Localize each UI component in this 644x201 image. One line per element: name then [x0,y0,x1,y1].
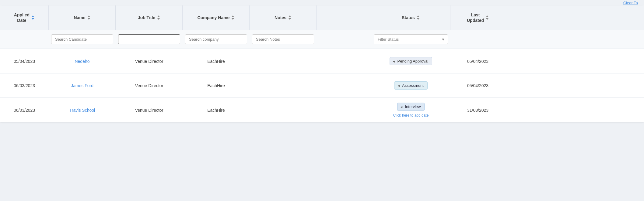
row1-last-updated: 05/04/2023 [450,54,505,69]
row3-notes [250,105,317,115]
search-company-input[interactable] [185,34,247,44]
row1-applied-date: 05/04/2023 [0,54,49,69]
row2-status: ◄ Assessment [371,77,450,94]
badge-arrow-icon: ◄ [397,84,400,87]
clear-ta-link[interactable]: Clear Ta [623,1,638,5]
header-notes[interactable]: Notes [250,5,317,30]
candidates-table: AppliedDate Name Job Title Company Name [0,5,644,122]
row1-empty [317,56,371,66]
header-status[interactable]: Status [371,5,450,30]
row3-status-badge[interactable]: ◄ Interview [397,103,425,111]
sort-applied-date-icon[interactable] [31,15,34,20]
row1-company: EachHire [183,54,250,69]
badge-arrow-icon: ◄ [400,105,403,109]
sort-last-updated-icon[interactable] [486,15,489,20]
row3-last-updated: 31/03/2023 [450,103,505,118]
row2-applied-date: 06/03/2023 [0,78,49,93]
row1-notes [250,56,317,66]
badge-arrow-icon: ◄ [392,60,396,63]
sort-status-icon[interactable] [417,15,420,20]
table-row: 05/04/2023 Nedeho Venue Director EachHir… [0,49,644,73]
row3-company: EachHire [183,103,250,118]
filter-status-cell: Filter Status Pending Approval Assessmen… [371,34,450,44]
row3-applied-date: 06/03/2023 [0,103,49,118]
header-empty [317,5,371,30]
sort-company-icon[interactable] [231,15,234,20]
sort-job-title-icon[interactable] [157,15,160,20]
header-applied-date[interactable]: AppliedDate [0,5,49,30]
add-date-link[interactable]: Click here to add date [393,113,429,118]
row2-status-badge[interactable]: ◄ Assessment [394,81,428,90]
header-last-updated[interactable]: LastUpdated [450,5,505,30]
filter-status-select[interactable]: Filter Status Pending Approval Assessmen… [374,34,448,44]
row2-name[interactable]: James Ford [49,78,116,93]
table-row: 06/03/2023 Travis School Venue Director … [0,98,644,122]
row2-last-updated: 05/04/2023 [450,78,505,93]
filter-row: Business Develop Filter Status Pending A… [0,30,644,49]
row1-job-title: Venue Director [116,54,183,69]
row3-job-title: Venue Director [116,103,183,118]
search-job-title-input[interactable]: Business Develop [118,34,180,44]
filter-status-wrapper: Filter Status Pending Approval Assessmen… [374,34,448,44]
filter-candidate-cell [49,34,116,44]
row2-empty [317,81,371,90]
filter-job-title-cell: Business Develop [116,34,183,44]
row3-status: ◄ Interview Click here to add date [371,98,450,122]
row2-company: EachHire [183,78,250,93]
sort-notes-icon[interactable] [288,15,291,20]
filter-company-cell [183,34,250,44]
header-company-name[interactable]: Company Name [183,5,250,30]
search-candidate-input[interactable] [51,34,113,44]
filter-notes-cell [250,34,317,44]
row1-status: ◄ Pending Approval [371,52,450,70]
search-notes-input[interactable] [252,34,314,44]
row1-status-badge[interactable]: ◄ Pending Approval [390,57,432,65]
row1-name[interactable]: Nedeho [49,54,116,69]
table-row: 06/03/2023 James Ford Venue Director Eac… [0,73,644,98]
row3-empty [317,105,371,115]
table-header: AppliedDate Name Job Title Company Name [0,5,644,30]
header-job-title[interactable]: Job Title [116,5,183,30]
row3-name[interactable]: Travis School [49,103,116,118]
row2-job-title: Venue Director [116,78,183,93]
sort-name-icon[interactable] [87,15,90,20]
header-name[interactable]: Name [49,5,116,30]
row2-notes [250,81,317,90]
